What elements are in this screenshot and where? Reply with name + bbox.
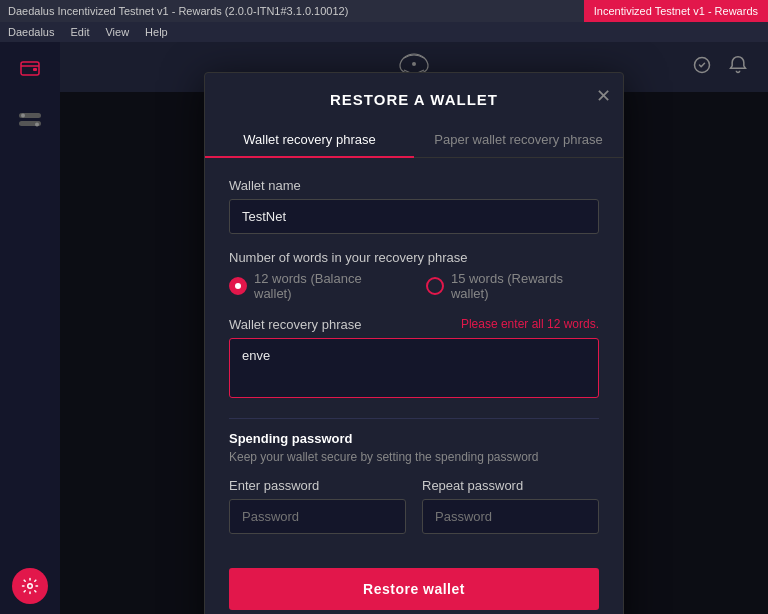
- header-icons: [692, 55, 748, 80]
- restore-wallet-button[interactable]: Restore wallet: [229, 568, 599, 610]
- modal-body: Wallet name Number of words in your reco…: [205, 158, 623, 534]
- recovery-phrase-group: Wallet recovery phrase Please enter all …: [229, 317, 599, 402]
- svg-point-5: [35, 123, 39, 127]
- restore-wallet-modal: RESTORE A WALLET ✕ Wallet recovery phras…: [204, 72, 624, 615]
- sync-icon[interactable]: [692, 55, 712, 80]
- tab-bar: Wallet recovery phrase Paper wallet reco…: [205, 122, 623, 158]
- wallet-name-label: Wallet name: [229, 178, 599, 193]
- recovery-label-row: Wallet recovery phrase Please enter all …: [229, 317, 599, 332]
- spending-password-desc: Keep your wallet secure by setting the s…: [229, 450, 599, 464]
- svg-point-4: [21, 114, 25, 118]
- spending-password-section: Spending password Keep your wallet secur…: [229, 431, 599, 534]
- top-badge-label: Incentivized Testnet v1 - Rewards: [594, 5, 758, 17]
- word-count-label: Number of words in your recovery phrase: [229, 250, 599, 265]
- radio-12-circle: [229, 277, 247, 295]
- menu-bar: Daedalus Edit View Help: [0, 22, 768, 42]
- repeat-password-label: Repeat password: [422, 478, 599, 493]
- restore-button-wrap: Restore wallet: [205, 550, 623, 610]
- sidebar: [0, 42, 60, 614]
- enter-password-label: Enter password: [229, 478, 406, 493]
- menu-edit[interactable]: Edit: [70, 26, 89, 38]
- wallet-name-group: Wallet name: [229, 178, 599, 234]
- menu-daedalus[interactable]: Daedalus: [8, 26, 54, 38]
- svg-rect-1: [33, 68, 37, 71]
- menu-view[interactable]: View: [105, 26, 129, 38]
- recovery-phrase-label: Wallet recovery phrase: [229, 317, 361, 332]
- radio-12-words[interactable]: 12 words (Balance wallet): [229, 271, 398, 301]
- sidebar-wallet-icon[interactable]: [14, 52, 46, 84]
- modal-title: RESTORE A WALLET: [330, 91, 498, 108]
- wallet-name-input[interactable]: [229, 199, 599, 234]
- word-count-group: Number of words in your recovery phrase …: [229, 250, 599, 301]
- menu-help[interactable]: Help: [145, 26, 168, 38]
- radio-12-label: 12 words (Balance wallet): [254, 271, 398, 301]
- tab-paper-wallet[interactable]: Paper wallet recovery phrase: [414, 122, 623, 157]
- tab-wallet-recovery[interactable]: Wallet recovery phrase: [205, 122, 414, 157]
- radio-15-label: 15 words (Rewards wallet): [451, 271, 599, 301]
- enter-password-col: Enter password: [229, 478, 406, 534]
- svg-point-6: [28, 584, 33, 589]
- divider: [229, 418, 599, 419]
- radio-15-words[interactable]: 15 words (Rewards wallet): [426, 271, 599, 301]
- password-row: Enter password Repeat password: [229, 478, 599, 534]
- recovery-phrase-input[interactable]: enve: [229, 338, 599, 398]
- modal-header: RESTORE A WALLET ✕: [205, 73, 623, 108]
- content-area: RESTORE A WALLET ✕ Wallet recovery phras…: [60, 92, 768, 614]
- sidebar-bottom: [12, 568, 48, 604]
- spending-password-title: Spending password: [229, 431, 599, 446]
- settings-button[interactable]: [12, 568, 48, 604]
- title-bar-text: Daedalus Incentivized Testnet v1 - Rewar…: [8, 5, 348, 17]
- radio-group: 12 words (Balance wallet) 15 words (Rewa…: [229, 271, 599, 301]
- sidebar-toggle-icon[interactable]: [14, 104, 46, 136]
- repeat-password-col: Repeat password: [422, 478, 599, 534]
- repeat-password-input[interactable]: [422, 499, 599, 534]
- bell-icon[interactable]: [728, 55, 748, 80]
- modal-close-button[interactable]: ✕: [596, 87, 611, 105]
- recovery-error: Please enter all 12 words.: [461, 317, 599, 331]
- app-area: RESTORE A WALLET ✕ Wallet recovery phras…: [0, 42, 768, 614]
- radio-15-circle: [426, 277, 444, 295]
- top-badge: Incentivized Testnet v1 - Rewards: [584, 0, 768, 22]
- svg-point-7: [412, 62, 416, 66]
- enter-password-input[interactable]: [229, 499, 406, 534]
